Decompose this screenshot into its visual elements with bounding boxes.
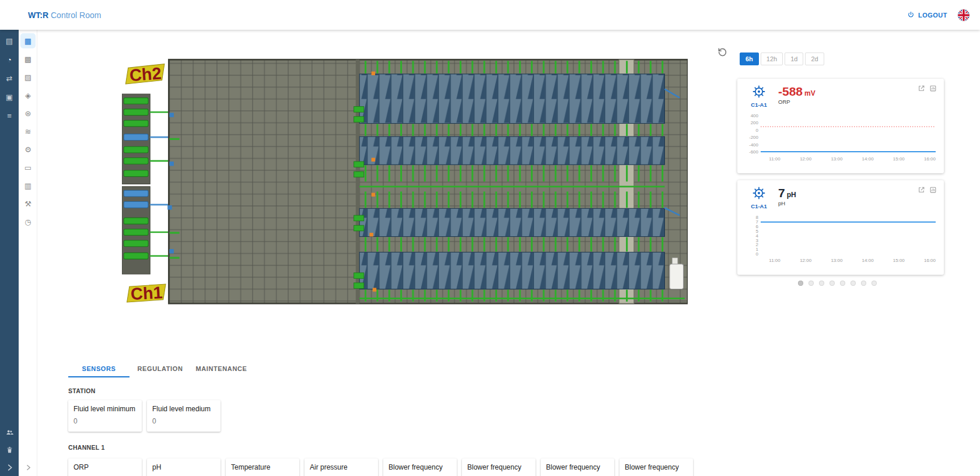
primary-sidebar-bottom — [0, 424, 19, 476]
sensor-card-orp: C1-A1 -588mV ORP 4002000-200-400-60011:0… — [737, 79, 944, 173]
svg-text:-600: -600 — [749, 149, 759, 155]
sensor-value: 7pH — [778, 186, 796, 200]
plant-3d-view[interactable]: Ch2 Ch1 — [122, 51, 688, 308]
apps-icon[interactable]: ▩ — [19, 50, 37, 68]
blower-station-top — [122, 94, 169, 184]
transfer-icon[interactable]: ⇄ — [0, 69, 19, 87]
carousel-dot[interactable] — [850, 281, 856, 286]
svg-text:14:00: 14:00 — [862, 258, 874, 263]
svg-text:0: 0 — [756, 128, 759, 133]
chevron-right-icon — [24, 464, 32, 471]
svg-text:200: 200 — [751, 120, 759, 125]
secondary-sidebar: ▦▩▨◈⊛≋⚙▭▥⚒◷ — [19, 30, 37, 476]
tile-title: ORP — [74, 463, 136, 471]
tab-regulation[interactable]: REGULATION — [130, 360, 191, 377]
time-range-2d[interactable]: 2d — [805, 52, 824, 65]
tab-maintenance[interactable]: MAINTENANCE — [191, 360, 252, 377]
carousel-dot[interactable] — [819, 281, 824, 286]
carousel-dot[interactable] — [861, 281, 866, 286]
network-icon[interactable]: ◈ — [19, 86, 37, 104]
svg-text:400: 400 — [751, 113, 759, 118]
tile-value: 0 — [152, 417, 215, 425]
trash-icon[interactable] — [0, 441, 19, 459]
tile-title: Blower frequency — [388, 463, 452, 471]
charts-icon[interactable]: ▥ — [19, 177, 37, 194]
tab-sensors[interactable]: SENSORS — [68, 360, 130, 377]
card-actions — [918, 186, 937, 194]
tile-air-pressure[interactable]: Air pressure217.11 mbar — [304, 459, 378, 476]
tile-title: Blower frequency — [467, 463, 530, 471]
open-in-new-icon[interactable] — [918, 186, 925, 194]
carousel-dot[interactable] — [830, 281, 835, 286]
svg-text:0: 0 — [756, 251, 759, 257]
svg-text:12:00: 12:00 — [800, 156, 812, 162]
svg-text:15:00: 15:00 — [893, 156, 905, 162]
projects-icon[interactable]: ▤ — [0, 32, 19, 50]
top-bar: WT:RControl Room LOGOUT — [0, 0, 980, 30]
card-actions — [918, 85, 937, 92]
history-icon[interactable] — [716, 47, 729, 60]
brand[interactable]: WT:RControl Room — [28, 10, 101, 20]
layers-icon[interactable]: ▨ — [19, 68, 37, 86]
brand-name: WT:R — [28, 10, 48, 20]
tile-ph[interactable]: pH7 pH — [147, 459, 220, 476]
collapse-sidebar-button[interactable] — [19, 459, 37, 476]
brand-subtitle: Control Room — [51, 10, 101, 20]
time-range-1d[interactable]: 1d — [785, 52, 803, 65]
tile-title: Blower frequency — [546, 463, 609, 471]
svg-text:11:00: 11:00 — [769, 258, 780, 263]
settings-icon[interactable]: ⚙ — [19, 141, 37, 158]
tab-bar: SENSORSREGULATIONMAINTENANCE — [68, 360, 252, 377]
expand-sidebar-button[interactable] — [0, 459, 19, 476]
metric-label: ORP — [778, 99, 816, 105]
language-flag-icon[interactable] — [958, 9, 970, 21]
tile-blower-frequency[interactable]: Blower frequency50 Hz — [620, 459, 693, 476]
sensor-block: C1-A1 — [744, 85, 774, 108]
time-range-12h[interactable]: 12h — [761, 52, 783, 65]
sensor-card-ph: C1-A1 7pH pH 87654321011:0012:0013:0014:… — [737, 180, 944, 275]
open-in-new-icon[interactable] — [918, 85, 925, 92]
users-icon[interactable] — [0, 424, 19, 441]
tile-temperature[interactable]: Temperature18920.18 — [226, 459, 299, 476]
battery-icon[interactable]: ▭ — [19, 159, 37, 176]
fan-icon[interactable]: ⊛ — [19, 104, 37, 122]
documents-icon[interactable]: ≡ — [0, 107, 19, 124]
tile-blower-frequency[interactable]: Blower frequency50 Hz — [541, 459, 614, 476]
gauge-icon[interactable]: ◔ — [0, 51, 19, 68]
channel1-section-label: CHANNEL 1 — [68, 444, 105, 451]
sensor-block: C1-A1 — [744, 186, 774, 209]
carousel-dot[interactable] — [808, 281, 814, 286]
tile-fluid-level-minimum[interactable]: Fluid level minimum0 — [68, 400, 142, 432]
uk-flag — [958, 9, 970, 21]
tile-fluid-level-medium[interactable]: Fluid level medium0 — [147, 400, 220, 432]
dashboard-icon[interactable]: ▦ — [20, 33, 36, 48]
time-range-selector: 6h12h1d2d — [740, 52, 824, 65]
tile-title: Fluid level medium — [152, 405, 215, 413]
carousel-dot[interactable] — [872, 281, 877, 286]
tile-blower-frequency[interactable]: Blower frequency50 Hz — [383, 459, 457, 476]
levels-icon[interactable]: ≋ — [19, 123, 37, 140]
value-block: 7pH pH — [778, 186, 796, 206]
tools-icon[interactable]: ⚒ — [19, 195, 37, 212]
tile-blower-frequency[interactable]: Blower frequency50 Hz — [462, 459, 536, 476]
basin-divider — [356, 60, 359, 303]
carousel-dot[interactable] — [840, 281, 845, 286]
time-range-6h[interactable]: 6h — [740, 52, 759, 65]
chart-view-icon[interactable] — [929, 186, 937, 194]
plant-3d-render: Ch2 Ch1 — [122, 51, 688, 308]
tile-orp[interactable]: ORP-588 mV — [68, 459, 142, 476]
history-icon[interactable]: ◷ — [19, 213, 37, 230]
channel1-cards-row: ORP-588 mVpH7 pHTemperature18920.18Air p… — [68, 459, 693, 476]
card-header: C1-A1 -588mV ORP — [744, 85, 937, 108]
blower-station-bottom — [122, 187, 169, 274]
carousel-dot[interactable] — [798, 281, 803, 286]
station-section-label: STATION — [68, 387, 96, 394]
chart-view-icon[interactable] — [929, 85, 937, 92]
channel-2-label: Ch2 — [125, 64, 164, 85]
gallery-icon[interactable]: ▣ — [0, 88, 19, 106]
topbar-actions: LOGOUT — [907, 9, 970, 21]
logout-button[interactable]: LOGOUT — [907, 11, 947, 19]
app-root: WT:RControl Room LOGOUT — [0, 0, 980, 476]
value-block: -588mV ORP — [778, 85, 816, 105]
channel-1-label: Ch1 — [127, 283, 166, 303]
